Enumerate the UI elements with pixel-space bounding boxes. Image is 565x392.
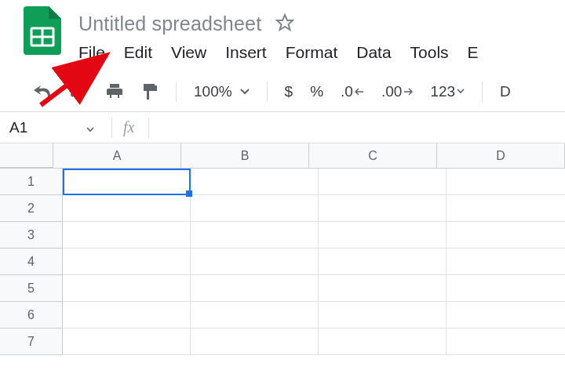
menu-more[interactable]: E: [468, 43, 479, 62]
col-header-b[interactable]: B: [181, 143, 309, 168]
menu-edit[interactable]: Edit: [124, 43, 152, 62]
separator: [148, 118, 149, 138]
zoom-select[interactable]: 100%: [194, 83, 250, 100]
menu-view[interactable]: View: [171, 43, 206, 62]
menu-file[interactable]: File: [78, 43, 105, 62]
menu-data[interactable]: Data: [356, 43, 391, 62]
row-header-7[interactable]: 7: [0, 328, 63, 355]
zoom-value: 100%: [194, 83, 232, 100]
row-header-5[interactable]: 5: [0, 275, 63, 302]
arrow-left-icon: [355, 88, 364, 96]
col-header-d[interactable]: D: [437, 143, 565, 168]
toolbar: 100% $ % .0 .00 123 D: [0, 81, 565, 112]
chevron-down-icon: [240, 89, 250, 95]
font-select[interactable]: D: [500, 83, 511, 100]
menu-format[interactable]: Format: [286, 43, 338, 62]
separator: [267, 82, 268, 102]
chevron-down-icon: [86, 119, 100, 136]
redo-button[interactable]: [69, 85, 88, 99]
row-header-6[interactable]: 6: [0, 302, 63, 328]
menu-insert[interactable]: Insert: [225, 43, 267, 62]
increase-decimal-button[interactable]: .00: [381, 83, 413, 100]
row-header-3[interactable]: 3: [0, 222, 63, 249]
paint-format-button[interactable]: [141, 82, 159, 101]
undo-button[interactable]: [33, 85, 52, 99]
grid-body: 1 2 3 4 5 6 7: [0, 169, 565, 355]
more-formats-button[interactable]: 123: [430, 83, 465, 100]
row-header-4[interactable]: 4: [0, 249, 63, 275]
active-cell-ref: A1: [9, 119, 27, 136]
separator: [176, 82, 177, 102]
col-header-a[interactable]: A: [53, 143, 181, 168]
star-icon[interactable]: [275, 13, 294, 35]
header: Untitled spreadsheet File Edit View Inse…: [0, 0, 565, 62]
fx-icon: fx: [123, 118, 134, 136]
separator: [482, 82, 483, 102]
percent-button[interactable]: %: [310, 83, 323, 100]
title-area: Untitled spreadsheet File Edit View Inse…: [78, 6, 479, 62]
cells-area[interactable]: [63, 169, 565, 355]
select-all-corner[interactable]: [0, 143, 53, 168]
decrease-decimal-button[interactable]: .0: [341, 83, 364, 100]
title-row: Untitled spreadsheet: [78, 13, 479, 35]
menu-tools[interactable]: Tools: [410, 43, 449, 62]
formula-bar: A1 fx: [0, 112, 565, 143]
arrow-right-icon: [403, 88, 413, 96]
currency-button[interactable]: $: [285, 83, 293, 100]
row-headers: 1 2 3 4 5 6 7: [0, 169, 63, 355]
svg-marker-3: [277, 15, 293, 30]
separator: [111, 118, 112, 138]
print-button[interactable]: [105, 82, 124, 101]
row-header-1[interactable]: 1: [0, 169, 63, 195]
app-logo[interactable]: [24, 6, 61, 55]
spreadsheet-grid: A B C D 1 2 3 4 5 6 7: [0, 143, 565, 355]
chevron-down-icon: [457, 89, 465, 94]
cell-reference-box[interactable]: A1: [6, 119, 100, 136]
doc-title[interactable]: Untitled spreadsheet: [78, 13, 261, 35]
column-headers: A B C D: [0, 143, 565, 169]
menu-bar: File Edit View Insert Format Data Tools …: [78, 40, 479, 62]
row-header-2[interactable]: 2: [0, 195, 63, 222]
col-header-c[interactable]: C: [309, 143, 437, 168]
